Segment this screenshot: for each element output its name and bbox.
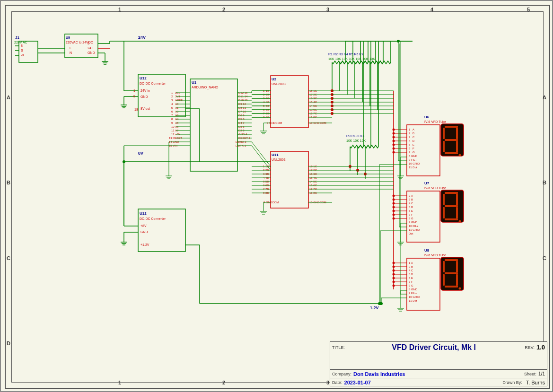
svg-rect-50 — [190, 79, 237, 171]
svg-text:5  D: 5 D — [409, 273, 413, 276]
svg-text:8: 8 — [133, 95, 135, 98]
svg-text:11 Dot: 11 Dot — [409, 166, 417, 169]
sheet-label: Sheet: — [524, 372, 536, 376]
svg-text:12: 12 — [171, 133, 175, 136]
svg-text:3: 3 — [409, 136, 411, 139]
company-value: Don Davis Industries — [353, 371, 405, 377]
svg-text:1: 1 — [133, 89, 135, 92]
svg-text:R1  R2  R3  R4  R5  R6  R7: R1 R2 R3 R4 R5 R6 R7 — [328, 52, 363, 56]
svg-text:9  FIL+: 9 FIL+ — [409, 292, 417, 295]
svg-text:6  E: 6 E — [409, 277, 413, 279]
svg-rect-370 — [443, 261, 445, 272]
svg-text:B: B — [413, 132, 414, 135]
svg-rect-329 — [443, 207, 445, 218]
svg-text:7  F: 7 F — [409, 280, 413, 283]
svg-text:+1.2V: +1.2V — [140, 243, 149, 246]
svg-point-376 — [459, 287, 461, 290]
drawn-by-label: Drawn By: — [502, 380, 522, 385]
svg-text:J1: J1 — [15, 35, 19, 40]
svg-text:8  G: 8 G — [409, 217, 413, 220]
svg-text:4: 4 — [171, 103, 173, 105]
svg-text:13: 13 — [169, 137, 172, 139]
svg-point-431 — [397, 40, 400, 43]
svg-text:7: 7 — [409, 151, 411, 154]
svg-text:8  GND: 8 GND — [409, 288, 418, 291]
svg-text:1: 1 — [171, 91, 173, 94]
svg-text:S: S — [21, 49, 23, 52]
svg-text:IV-6 VFD Tube: IV-6 VFD Tube — [424, 253, 446, 257]
svg-text:9 FIL+: 9 FIL+ — [409, 158, 417, 161]
schematic-container: 1 2 3 4 5 1 2 3 4 5 A B C D A B C D 8 S … — [0, 0, 553, 392]
svg-rect-325 — [445, 192, 458, 194]
svg-text:4  C: 4 C — [409, 202, 413, 205]
svg-text:3: 3 — [171, 99, 173, 102]
svg-text:7  F: 7 F — [409, 213, 413, 216]
svg-text:4: 4 — [409, 139, 411, 142]
svg-point-444 — [380, 302, 383, 305]
svg-rect-371 — [456, 261, 458, 272]
svg-text:R9  R10 R11: R9 R10 R11 — [346, 134, 365, 138]
svg-rect-285 — [456, 141, 458, 152]
svg-text:11 GRID: 11 GRID — [409, 228, 420, 231]
svg-text:4  C: 4 C — [409, 269, 413, 272]
svg-text:N: N — [70, 51, 72, 54]
svg-text:5  D: 5 D — [409, 206, 413, 209]
svg-text:F: F — [413, 147, 414, 150]
svg-text:7: 7 — [171, 114, 173, 117]
company-label: Company: — [332, 372, 351, 376]
svg-text:5: 5 — [171, 106, 173, 109]
rev-label: REV: — [525, 345, 535, 350]
svg-rect-374 — [456, 274, 458, 286]
svg-text:8: 8 — [21, 44, 23, 47]
svg-text:8V out: 8V out — [140, 107, 150, 110]
svg-text:10 GRID: 10 GRID — [409, 296, 420, 298]
svg-text:C: C — [413, 136, 415, 139]
sheet-value: 1/1 — [538, 371, 545, 376]
svg-rect-281 — [443, 128, 445, 139]
schematic-title: VFD Driver Circuit, Mk I — [347, 343, 521, 352]
svg-text:10 FIL+: 10 FIL+ — [409, 225, 419, 227]
svg-rect-286 — [445, 152, 458, 154]
drawn-by-value: T. Burns — [526, 380, 545, 385]
svg-text:-0: -0 — [21, 53, 24, 57]
svg-rect-328 — [445, 205, 458, 207]
svg-text:3  B: 3 B — [409, 265, 413, 268]
svg-line-419 — [252, 142, 271, 166]
svg-point-287 — [459, 154, 461, 157]
svg-text:1.2V: 1.2V — [370, 305, 379, 310]
svg-text:10: 10 — [171, 125, 175, 128]
svg-text:24+: 24+ — [88, 46, 93, 50]
svg-rect-284 — [443, 141, 445, 152]
svg-text:IV-6 VFD Tube: IV-6 VFD Tube — [424, 186, 446, 190]
svg-rect-327 — [456, 194, 458, 205]
svg-text:UNL2803: UNL2803 — [272, 158, 286, 161]
svg-rect-283 — [445, 139, 458, 141]
svg-rect-375 — [445, 286, 458, 287]
svg-text:DC-DC Converter: DC-DC Converter — [140, 82, 166, 85]
svg-text:5: 5 — [409, 143, 411, 146]
svg-text:U12: U12 — [140, 211, 147, 216]
svg-text:GND: GND — [88, 51, 95, 54]
svg-text:ARDUINO_NANO: ARDUINO_NANO — [192, 86, 219, 89]
svg-rect-282 — [456, 128, 458, 139]
svg-text:220V AC: 220V AC — [14, 41, 27, 44]
svg-rect-326 — [443, 194, 445, 205]
svg-text:9  G: 9 G — [409, 284, 413, 287]
title-label: TITLE: — [332, 345, 345, 350]
svg-rect-330 — [456, 207, 458, 218]
svg-text:8V: 8V — [138, 151, 143, 156]
svg-rect-372 — [445, 272, 458, 274]
svg-text:11: 11 — [171, 129, 175, 132]
svg-rect-280 — [445, 126, 458, 128]
svg-text:11 Dot: 11 Dot — [409, 299, 417, 302]
svg-text:U7: U7 — [424, 181, 430, 185]
svg-text:Dot: Dot — [409, 232, 413, 235]
svg-text:+8V: +8V — [140, 224, 147, 227]
svg-text:DC-DC Converter: DC-DC Converter — [140, 217, 166, 220]
svg-text:L: L — [70, 46, 71, 50]
svg-text:E: E — [413, 143, 414, 146]
svg-point-332 — [459, 220, 461, 223]
svg-rect-331 — [445, 218, 458, 220]
svg-text:1: 1 — [409, 128, 411, 131]
svg-text:GND: GND — [140, 95, 148, 98]
